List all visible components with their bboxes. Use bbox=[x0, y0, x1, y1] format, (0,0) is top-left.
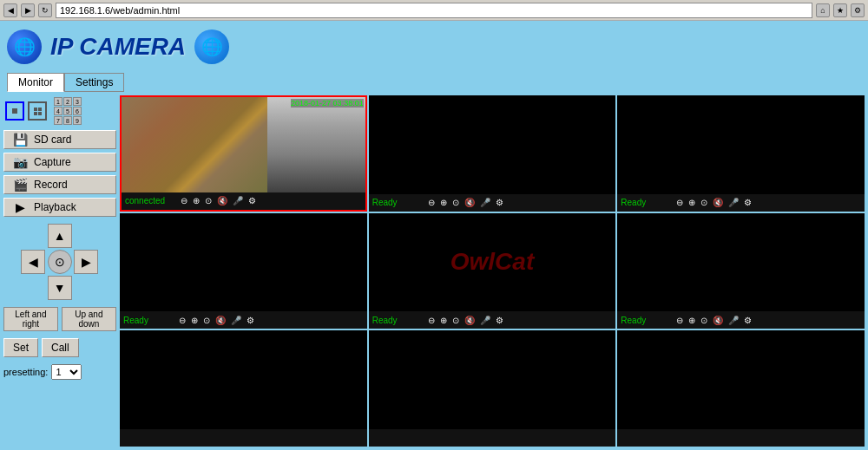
call-button[interactable]: Call bbox=[42, 338, 79, 357]
camera-cell-9[interactable] bbox=[617, 330, 865, 447]
home-button[interactable]: ⌂ bbox=[816, 3, 830, 17]
browser-content: 🌐 IP CAMERA 🌐 Monitor Settings bbox=[0, 21, 868, 450]
ptz-spacer-tr bbox=[74, 224, 99, 248]
quad-view-icon[interactable] bbox=[28, 101, 47, 121]
camera-controls-8 bbox=[369, 429, 616, 447]
camera-cell-8[interactable] bbox=[369, 330, 616, 447]
tools-button[interactable]: ⚙ bbox=[851, 3, 865, 17]
record-icon: 🎬 bbox=[11, 179, 29, 191]
cam3-settings-btn[interactable]: ⚙ bbox=[742, 198, 753, 207]
sdcard-button[interactable]: 💾 SD card bbox=[3, 130, 116, 149]
camera-cell-5[interactable]: OwlCat Ready ⊖ ⊕ ⊙ 🔇 🎤 ⚙ bbox=[369, 213, 616, 329]
ptz-left-button[interactable]: ◀ bbox=[21, 250, 45, 274]
cam5-minus-btn[interactable]: ⊖ bbox=[426, 316, 437, 325]
cam5-mic-btn[interactable]: 🎤 bbox=[478, 316, 492, 325]
camera-cell-3[interactable]: Ready ⊖ ⊕ ⊙ 🔇 🎤 ⚙ bbox=[617, 95, 865, 212]
cam3-mic-btn[interactable]: 🎤 bbox=[727, 198, 740, 207]
camera-cell-4[interactable]: Ready ⊖ ⊕ ⊙ 🔇 🎤 ⚙ bbox=[120, 213, 367, 329]
cam6-plus-btn[interactable]: ⊕ bbox=[687, 316, 697, 325]
cam2-mic-btn[interactable]: 🎤 bbox=[478, 198, 492, 207]
bookmark-button[interactable]: ★ bbox=[833, 3, 847, 17]
cam2-plus-btn[interactable]: ⊕ bbox=[438, 198, 449, 207]
cam6-mute-btn[interactable]: 🔇 bbox=[711, 316, 725, 325]
capture-button[interactable]: 📷 Capture bbox=[3, 153, 116, 172]
tab-monitor[interactable]: Monitor bbox=[7, 73, 64, 92]
grid-num-6[interactable]: 6 bbox=[73, 107, 82, 115]
ptz-controls: ▲ ◀ ⊙ ▶ ▼ bbox=[21, 224, 99, 300]
grid-num-8[interactable]: 8 bbox=[63, 116, 72, 125]
cam4-mic-btn[interactable]: 🎤 bbox=[229, 316, 243, 325]
cam4-minus-btn[interactable]: ⊖ bbox=[177, 316, 187, 325]
browser-window: ◀ ▶ ↻ ⌂ ★ ⚙ 🌐 IP CAMERA 🌐 Monitor Settin… bbox=[0, 0, 868, 450]
left-right-button[interactable]: Left and right bbox=[3, 307, 58, 331]
cam4-plus-btn[interactable]: ⊕ bbox=[189, 316, 200, 325]
camera-grid: 2018-01-27 03:38:01 connected ⊖ ⊕ ⊙ 🔇 🎤 … bbox=[120, 95, 865, 447]
cam4-settings-btn[interactable]: ⚙ bbox=[245, 316, 256, 325]
camera-controls-1: connected ⊖ ⊕ ⊙ 🔇 🎤 ⚙ bbox=[122, 192, 365, 210]
record-button[interactable]: 🎬 Record bbox=[3, 175, 116, 194]
cam5-plus-btn[interactable]: ⊕ bbox=[438, 316, 449, 325]
camera-cell-6[interactable]: Ready ⊖ ⊕ ⊙ 🔇 🎤 ⚙ bbox=[617, 213, 865, 329]
playback-button[interactable]: ▶ Playback bbox=[3, 198, 116, 217]
cam5-circle-btn[interactable]: ⊙ bbox=[450, 316, 461, 325]
presetting-row: presetting: 1 2 3 bbox=[3, 364, 116, 380]
set-button[interactable]: Set bbox=[3, 338, 38, 357]
cam6-mic-btn[interactable]: 🎤 bbox=[727, 316, 740, 325]
cam2-settings-btn[interactable]: ⚙ bbox=[494, 198, 505, 207]
cam1-mute-btn[interactable]: 🔇 bbox=[215, 196, 229, 205]
cam4-circle-btn[interactable]: ⊙ bbox=[201, 316, 212, 325]
grid-num-4[interactable]: 4 bbox=[54, 107, 62, 115]
cam5-settings-btn[interactable]: ⚙ bbox=[494, 316, 505, 325]
cam2-circle-btn[interactable]: ⊙ bbox=[450, 198, 461, 207]
cam2-mute-btn[interactable]: 🔇 bbox=[463, 198, 477, 207]
ptz-spacer-bl bbox=[21, 276, 46, 300]
cam1-circle-btn[interactable]: ⊙ bbox=[203, 196, 214, 205]
cam5-mute-btn[interactable]: 🔇 bbox=[463, 316, 477, 325]
camera-controls-6: Ready ⊖ ⊕ ⊙ 🔇 🎤 ⚙ bbox=[617, 311, 865, 329]
refresh-button[interactable]: ↻ bbox=[38, 3, 52, 17]
camera-controls-2: Ready ⊖ ⊕ ⊙ 🔇 🎤 ⚙ bbox=[369, 194, 616, 212]
camera-cell-7[interactable] bbox=[120, 330, 367, 447]
up-down-button[interactable]: Up and down bbox=[62, 307, 116, 331]
camera-status-3: Ready bbox=[621, 198, 673, 207]
ptz-right-button[interactable]: ▶ bbox=[74, 250, 98, 274]
camera-view-2 bbox=[369, 95, 616, 194]
grid-num-7[interactable]: 7 bbox=[54, 116, 62, 125]
single-view-icon[interactable] bbox=[5, 101, 24, 121]
grid-num-5[interactable]: 5 bbox=[63, 107, 72, 115]
cam1-mic-btn[interactable]: 🎤 bbox=[231, 196, 245, 205]
cam4-mute-btn[interactable]: 🔇 bbox=[214, 316, 227, 325]
camera-view-8 bbox=[369, 330, 616, 429]
camera-view-5: OwlCat bbox=[369, 213, 616, 312]
cam6-settings-btn[interactable]: ⚙ bbox=[742, 316, 753, 325]
cam3-circle-btn[interactable]: ⊙ bbox=[699, 198, 709, 207]
cam3-minus-btn[interactable]: ⊖ bbox=[674, 198, 685, 207]
cam3-mute-btn[interactable]: 🔇 bbox=[711, 198, 725, 207]
camera-controls-7 bbox=[120, 429, 367, 447]
presetting-select[interactable]: 1 2 3 bbox=[51, 364, 82, 380]
cam1-plus-btn[interactable]: ⊕ bbox=[191, 196, 201, 205]
back-button[interactable]: ◀ bbox=[3, 3, 17, 17]
cam1-minus-btn[interactable]: ⊖ bbox=[179, 196, 189, 205]
tab-settings[interactable]: Settings bbox=[64, 73, 124, 92]
capture-label: Capture bbox=[34, 156, 71, 168]
cam3-plus-btn[interactable]: ⊕ bbox=[687, 198, 697, 207]
forward-button[interactable]: ▶ bbox=[21, 3, 35, 17]
camera-cell-2[interactable]: Ready ⊖ ⊕ ⊙ 🔇 🎤 ⚙ bbox=[369, 95, 616, 212]
grid-num-1[interactable]: 1 bbox=[54, 97, 62, 106]
grid-num-9[interactable]: 9 bbox=[73, 116, 82, 125]
address-bar[interactable] bbox=[56, 3, 812, 18]
ptz-center-button[interactable]: ⊙ bbox=[48, 250, 72, 274]
camera-cell-1[interactable]: 2018-01-27 03:38:01 connected ⊖ ⊕ ⊙ 🔇 🎤 … bbox=[120, 95, 367, 212]
cam1-settings-btn[interactable]: ⚙ bbox=[247, 196, 258, 205]
camera-view-7 bbox=[120, 330, 367, 429]
grid-num-2[interactable]: 2 bbox=[63, 97, 72, 106]
logo-right-globe: 🌐 bbox=[194, 29, 229, 64]
grid-num-3[interactable]: 3 bbox=[73, 97, 82, 106]
cam6-minus-btn[interactable]: ⊖ bbox=[674, 316, 685, 325]
camera-timestamp-1: 2018-01-27 03:38:01 bbox=[291, 99, 364, 108]
cam6-circle-btn[interactable]: ⊙ bbox=[699, 316, 709, 325]
ptz-up-button[interactable]: ▲ bbox=[48, 224, 72, 248]
ptz-down-button[interactable]: ▼ bbox=[48, 276, 72, 300]
cam2-minus-btn[interactable]: ⊖ bbox=[426, 198, 437, 207]
